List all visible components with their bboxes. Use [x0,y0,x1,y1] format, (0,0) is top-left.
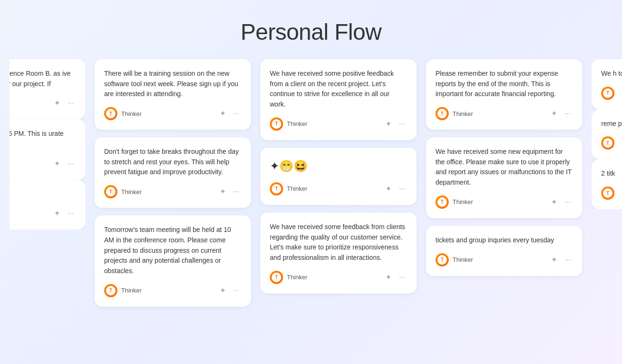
card-8-author: T Thinker [435,195,473,209]
card-9-text: tickets and group inquries every tuesday [435,235,573,246]
card-rp2: reme proje help that o T [592,109,622,160]
sparkle-button[interactable]: ✦ [218,109,228,118]
card-6-actions: ✦ ··· [383,273,407,282]
author-name: Thinker [287,274,307,281]
sparkle-button[interactable]: ✦ [549,109,559,118]
card-rp1: We h tomo yours T [592,59,622,109]
avatar: T [601,136,614,150]
sparkle-button[interactable]: ✦ [383,119,393,129]
card-rp1-author: T [601,87,614,100]
avatar: T [104,284,117,297]
card-1: There will be a training session on the … [95,59,251,130]
avatar: T [601,186,614,200]
card-8-actions: ✦ ··· [549,197,573,207]
card-rp3-footer: T [601,186,622,200]
card-lp1-footer: T ✦ ··· [9,97,76,110]
card-3: Tomorrow's team meeting will be held at … [95,215,251,306]
card-4: We have received some positive feedback … [260,59,417,140]
card-4-footer: T Thinker ✦ ··· [270,117,407,131]
card-1-author: T Thinker [104,107,142,120]
card-rp2-author: T [601,136,614,150]
avatar: T [270,117,283,131]
avatar: T [435,253,449,266]
more-button[interactable]: ··· [563,109,573,118]
sparkle-button[interactable]: ✦ [549,255,559,265]
column-3: Please remember to submit your expense r… [426,59,582,276]
card-2-text: Don't forget to take breaks throughout t… [104,147,241,178]
card-1-text: There will be a training session on the … [104,69,241,99]
card-1-footer: T Thinker ✦ ··· [104,107,241,120]
sparkle-button[interactable]: ✦ [52,209,62,218]
card-8-text: We have received some new equipment for … [435,147,573,188]
card-7-author: T Thinker [435,107,473,120]
card-lp1: ting on August 5, Conference Room B. as … [9,59,85,119]
card-rp3-text: 2 titk [601,169,622,179]
author-name: Thinker [453,256,473,263]
column-2: We have received some positive feedback … [260,59,417,293]
card-4-text: We have received some positive feedback … [270,69,407,110]
sparkle-button[interactable]: ✦ [383,184,393,194]
column-left-partial: ting on August 5, Conference Room B. as … [9,59,85,230]
card-2-author: T Thinker [104,185,142,198]
card-6-footer: T Thinker ✦ ··· [270,271,407,284]
author-name: Thinker [453,110,473,117]
more-button[interactable]: ··· [66,209,76,218]
more-button[interactable]: ··· [397,184,407,194]
sparkle-button[interactable]: ✦ [549,197,559,207]
card-9-actions: ✦ ··· [549,255,573,265]
card-lp2: our timesheet for the at 5 PM. This is u… [9,119,85,179]
card-2: Don't forget to take breaks throughout t… [95,137,251,208]
card-5-author: T Thinker [270,182,307,195]
sparkle-button[interactable]: ✦ [52,98,62,108]
card-lp1-text: ting on August 5, Conference Room B. as … [9,69,76,89]
avatar: T [270,182,283,195]
card-8: We have received some new equipment for … [426,137,582,218]
card-3-footer: T Thinker ✦ ··· [104,284,241,297]
page-title: Personal Flow [0,0,622,59]
card-3-text: Tomorrow's team meeting will be held at … [104,225,241,276]
card-7-footer: T Thinker ✦ ··· [435,107,573,120]
sparkle-button[interactable]: ✦ [52,159,62,169]
card-rp3-author: T [601,186,614,200]
sparkle-button[interactable]: ✦ [218,286,228,295]
more-button[interactable]: ··· [563,197,573,207]
card-5: ✦😁😆 T Thinker ✦ ··· [260,148,417,205]
author-name: Thinker [453,198,473,205]
author-name: Thinker [121,188,142,195]
card-1-actions: ✦ ··· [218,109,241,118]
author-name: Thinker [121,110,142,117]
card-rp3: 2 titk T [592,159,622,209]
card-lp1-actions: ✦ ··· [52,98,76,108]
card-5-footer: T Thinker ✦ ··· [270,182,407,195]
more-button[interactable]: ··· [563,255,573,265]
card-9-author: T Thinker [435,253,473,266]
card-4-actions: ✦ ··· [383,119,407,129]
sparkle-button[interactable]: ✦ [383,273,393,282]
avatar: T [435,107,449,120]
avatar: T [601,87,614,100]
card-2-actions: ✦ ··· [218,187,241,196]
more-button[interactable]: ··· [231,109,241,118]
card-7: Please remember to submit your expense r… [426,59,582,130]
card-5-actions: ✦ ··· [383,184,407,194]
card-rp2-footer: T [601,136,622,150]
card-lp2-footer: T ✦ ··· [9,157,76,170]
avatar: T [104,107,117,120]
card-8-footer: T Thinker ✦ ··· [435,195,573,209]
card-6-author: T Thinker [270,271,307,284]
card-2-footer: T Thinker ✦ ··· [104,185,241,198]
more-button[interactable]: ··· [397,273,407,282]
card-6-text: We have received some feedback from clie… [270,222,407,263]
card-lp3: ith sending time T ✦ ··· [9,180,85,230]
cards-container: ting on August 5, Conference Room B. as … [0,59,622,307]
more-button[interactable]: ··· [66,98,76,108]
more-button[interactable]: ··· [397,119,407,129]
column-1: There will be a training session on the … [95,59,251,307]
card-lp3-text: ith sending time [9,189,76,200]
avatar: T [270,271,283,284]
more-button[interactable]: ··· [231,187,241,196]
avatar: T [435,195,449,209]
more-button[interactable]: ··· [231,286,241,295]
more-button[interactable]: ··· [66,159,76,169]
sparkle-button[interactable]: ✦ [218,187,228,196]
